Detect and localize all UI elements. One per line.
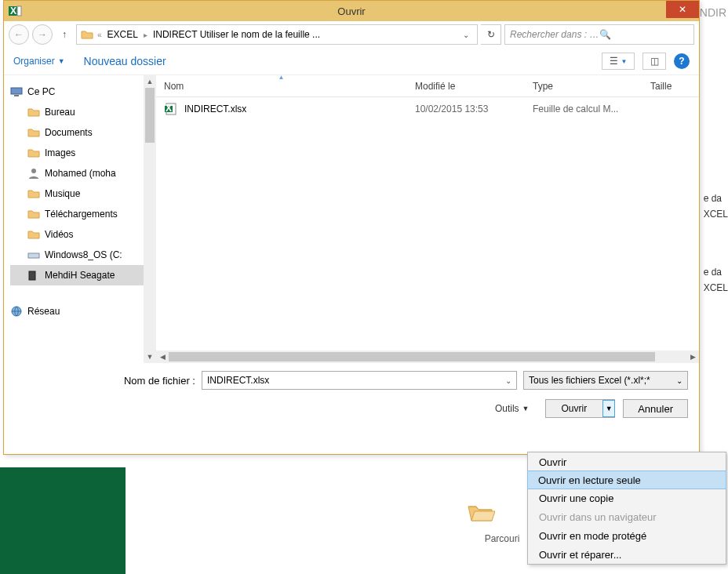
menu-open[interactable]: Ouvrir xyxy=(528,452,726,471)
search-icon: 🔍 xyxy=(599,29,689,40)
tree-music[interactable]: Musique xyxy=(10,183,144,204)
scroll-down-icon[interactable]: ▼ xyxy=(144,351,156,363)
tree-label: Ce PC xyxy=(27,86,55,97)
menu-open-copy[interactable]: Ouvrir une copie xyxy=(528,489,726,507)
forward-button[interactable]: → xyxy=(32,24,53,45)
close-icon: ✕ xyxy=(679,4,686,15)
tools-label: Outils xyxy=(495,403,519,414)
tree-videos[interactable]: Vidéos xyxy=(10,224,144,245)
bg-right-text: e da XCEL e da XCEL xyxy=(704,193,728,298)
menu-open-readonly[interactable]: Ouvrir en lecture seule xyxy=(527,470,726,489)
arrow-up-icon: ↑ xyxy=(62,29,67,40)
nav-bar: ← → ↑ « EXCEL ▸ INDIRECT Utiliser le nom… xyxy=(4,21,699,48)
back-button[interactable]: ← xyxy=(9,24,29,45)
breadcrumb-sep-icon: « xyxy=(97,31,102,39)
chevron-down-icon: ▼ xyxy=(58,57,65,65)
bg-r1: e da xyxy=(704,193,728,204)
organize-label: Organiser xyxy=(13,56,55,67)
refresh-button[interactable]: ↻ xyxy=(481,24,501,45)
cancel-button[interactable]: Annuler xyxy=(623,399,688,418)
breadcrumb-2[interactable]: INDIRECT Utiliser le nom de la feuille .… xyxy=(151,27,322,42)
tree-images[interactable]: Images xyxy=(10,143,144,163)
breadcrumb-dropdown-icon[interactable]: ⌄ xyxy=(458,31,474,39)
help-icon: ? xyxy=(679,56,684,67)
sort-asc-icon: ▲ xyxy=(278,74,285,81)
folder-icon xyxy=(27,187,40,200)
bg-r3: e da xyxy=(704,267,728,278)
chevron-down-icon[interactable]: ⌄ xyxy=(505,376,511,385)
arrow-right-icon: → xyxy=(38,29,47,40)
col-type[interactable]: Type xyxy=(525,75,642,96)
tree-network[interactable]: Réseau xyxy=(10,301,144,322)
open-button[interactable]: Ouvrir ▼ xyxy=(545,399,616,418)
refresh-icon: ↻ xyxy=(487,29,495,40)
file-row[interactable]: X INDIRECT.xlsx 10/02/2015 13:53 Feuille… xyxy=(156,97,699,121)
filename-value: INDIRECT.xlsx xyxy=(207,375,269,386)
open-button-label: Ouvrir xyxy=(546,403,603,414)
open-button-dropdown[interactable]: ▼ xyxy=(602,400,615,417)
breadcrumb[interactable]: « EXCEL ▸ INDIRECT Utiliser le nom de la… xyxy=(76,24,478,45)
folder-icon xyxy=(27,126,40,139)
filetype-select[interactable]: Tous les fichiers Excel (*.xl*;* ⌄ xyxy=(523,371,688,390)
titlebar[interactable]: X Ouvrir ✕ xyxy=(4,1,699,21)
sidebar-scrollbar[interactable]: ▲ ▼ xyxy=(144,75,156,363)
bg-r2: XCEL xyxy=(704,209,728,220)
view-mode-button[interactable]: ☰ ▼ xyxy=(602,53,635,70)
organize-menu[interactable]: Organiser ▼ xyxy=(13,56,65,67)
svg-rect-6 xyxy=(28,253,39,258)
arrow-left-icon: ← xyxy=(14,29,24,40)
col-name[interactable]: ▲ Nom xyxy=(156,75,407,96)
file-name: INDIRECT.xlsx xyxy=(184,104,246,114)
scroll-thumb[interactable] xyxy=(169,352,655,361)
up-button[interactable]: ↑ xyxy=(56,26,73,43)
tree-label: Bureau xyxy=(45,107,75,118)
col-size[interactable]: Taille xyxy=(642,75,699,96)
svg-text:X: X xyxy=(10,5,16,16)
tree-label: Réseau xyxy=(27,306,60,317)
tree-label: Windows8_OS (C: xyxy=(45,249,122,260)
col-modified[interactable]: Modifié le xyxy=(407,75,525,96)
list-hscrollbar[interactable]: ◀ ▶ xyxy=(156,351,699,363)
folder-icon xyxy=(27,208,40,220)
scroll-left-icon[interactable]: ◀ xyxy=(156,351,169,363)
menu-open-browser: Ouvrir dans un navigateur xyxy=(528,507,726,526)
tree-drive-seagate[interactable]: MehdiH Seagate xyxy=(10,265,144,285)
bottom-panel: Nom de fichier : INDIRECT.xlsx ⌄ Tous le… xyxy=(4,363,699,426)
breadcrumb-1[interactable]: EXCEL xyxy=(105,27,140,42)
panel-icon: ◫ xyxy=(650,56,659,67)
scroll-thumb[interactable] xyxy=(145,88,155,143)
svg-point-5 xyxy=(31,169,36,173)
new-folder-button[interactable]: Nouveau dossier xyxy=(84,55,166,67)
tree-documents[interactable]: Documents xyxy=(10,122,144,143)
scroll-right-icon[interactable]: ▶ xyxy=(686,351,699,363)
close-button[interactable]: ✕ xyxy=(666,1,699,18)
file-list: ▲ Nom Modifié le Type Taille X INDIRECT.… xyxy=(156,75,699,363)
tree-desktop[interactable]: Bureau xyxy=(10,102,144,122)
tree-downloads[interactable]: Téléchargements xyxy=(10,204,144,224)
column-header[interactable]: ▲ Nom Modifié le Type Taille xyxy=(156,75,699,97)
tree-label: Images xyxy=(45,147,75,158)
folder-icon xyxy=(27,147,40,159)
help-button[interactable]: ? xyxy=(674,53,690,69)
open-dialog: X Ouvrir ✕ ← → ↑ « EXCEL ▸ INDIRECT Util… xyxy=(3,0,700,455)
file-type: Feuille de calcul M... xyxy=(525,104,642,114)
scroll-up-icon[interactable]: ▲ xyxy=(144,75,156,88)
excel-file-icon: X xyxy=(164,102,178,116)
col-name-label: Nom xyxy=(164,81,184,92)
menu-open-protected[interactable]: Ouvrir en mode protégé xyxy=(528,526,726,545)
open-dropdown-menu[interactable]: Ouvrir Ouvrir en lecture seule Ouvrir un… xyxy=(527,452,726,565)
menu-open-repair[interactable]: Ouvrir et réparer... xyxy=(528,545,726,564)
tree-drive-c[interactable]: Windows8_OS (C: xyxy=(10,245,144,265)
filename-input[interactable]: INDIRECT.xlsx ⌄ xyxy=(202,371,517,390)
sidebar: Ce PC Bureau Documents Images Mohamed (m… xyxy=(4,75,156,363)
tree-this-pc[interactable]: Ce PC xyxy=(10,82,144,102)
tools-menu[interactable]: Outils ▼ xyxy=(495,403,530,414)
preview-pane-button[interactable]: ◫ xyxy=(642,53,666,70)
search-input[interactable]: Rechercher dans : INDIRECT U... 🔍 xyxy=(504,24,694,45)
chevron-down-icon: ▼ xyxy=(522,405,530,412)
tree-view[interactable]: Ce PC Bureau Documents Images Mohamed (m… xyxy=(4,75,144,363)
tree-user-mohamed[interactable]: Mohamed (moha xyxy=(10,163,144,183)
scroll-track[interactable] xyxy=(169,351,686,363)
scroll-track[interactable] xyxy=(144,88,156,351)
tree-label: Documents xyxy=(45,127,93,138)
